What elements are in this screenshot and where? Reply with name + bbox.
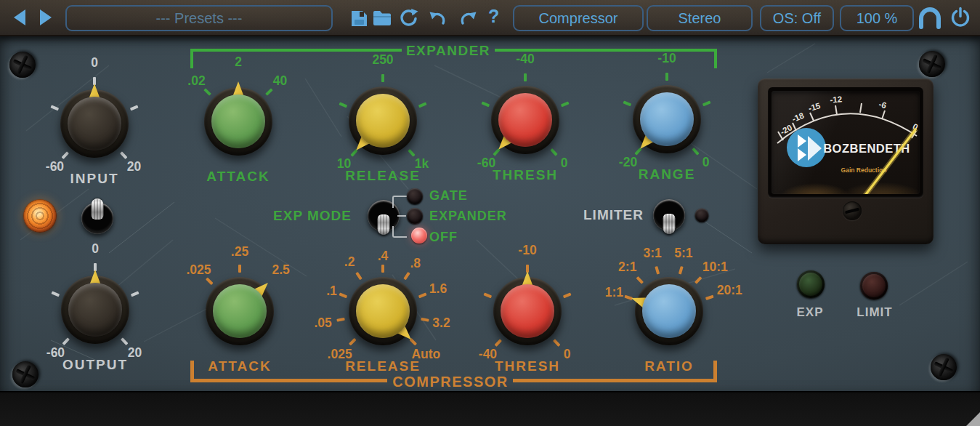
toggle-lever [378, 214, 390, 235]
exp-led-label: EXP [796, 305, 823, 320]
knob-cap [211, 95, 265, 148]
bypass-power-button[interactable] [949, 7, 972, 28]
undo-button[interactable] [427, 8, 448, 28]
knob-label: THRESH [493, 167, 558, 183]
knob-tick [483, 292, 492, 298]
knob-tick [692, 147, 699, 155]
compressor-bracket-stub [713, 361, 717, 382]
power-toggle[interactable] [81, 202, 113, 234]
knob-scale-label: 0 [564, 346, 571, 361]
knob-tick [403, 271, 410, 279]
knob-scale-label: 1.6 [429, 281, 447, 297]
knob-tick [349, 337, 357, 345]
knob-tick [339, 102, 347, 108]
off-led[interactable] [411, 228, 427, 244]
knob-tick [550, 148, 557, 156]
knob-scale-label: 3.2 [432, 315, 450, 330]
knob-label: ATTACK [208, 358, 271, 374]
presets-dropdown[interactable]: --- Presets --- [65, 5, 333, 31]
bottom-bar [0, 391, 980, 426]
knob-scale-label: 3:1 [643, 246, 661, 261]
exp-mode-option-gate[interactable]: GATE [429, 188, 468, 204]
oversampling-button[interactable]: OS: Off [760, 5, 834, 31]
screw-bottom-left [12, 361, 39, 387]
previous-preset-button[interactable] [10, 8, 29, 27]
meter-face: -20-18-15-12-60BOZBENDETHGain Reduction [772, 91, 920, 194]
knob-tick [93, 77, 96, 85]
main-panel: EXPANDER COMPRESSOR -60020INPUT -60020OU… [0, 35, 980, 391]
knob-tick [51, 291, 60, 297]
exp-mode-label: EXP MODE [273, 208, 352, 224]
folder-icon [373, 9, 392, 27]
knob-scale-label: .25 [231, 244, 248, 260]
tab-compressor[interactable]: Compressor [513, 5, 644, 31]
knob-tick [481, 101, 490, 107]
listen-button[interactable] [916, 6, 944, 29]
undo-icon [428, 9, 448, 28]
expander-led[interactable] [407, 208, 423, 224]
load-preset-button[interactable] [372, 8, 392, 28]
knob-tick [408, 148, 415, 156]
screw-bottom-right [931, 354, 957, 380]
knob-cap [642, 284, 696, 338]
knob-scale-label: .8 [410, 255, 421, 270]
knob-scale-label: 0 [92, 241, 99, 257]
knob-scale-label: -60 [46, 158, 64, 174]
limiter-toggle[interactable] [653, 199, 685, 231]
knob-tick [131, 291, 139, 297]
knob-cap [356, 284, 410, 338]
titlebar: --- Presets --- ? Compres [0, 0, 980, 36]
headphones-icon [917, 6, 943, 29]
oversampling-label: OS: Off [773, 10, 821, 27]
knob-label: INPUT [70, 171, 119, 187]
svg-text:0: 0 [911, 122, 919, 132]
channel-mode-button[interactable]: Stereo [647, 5, 753, 31]
vu-meter: -20-18-15-12-60BOZBENDETHGain Reduction [758, 79, 934, 244]
compressor-section-title: COMPRESSOR [392, 374, 508, 390]
knob-scale-label: 0 [702, 155, 710, 170]
expander-bracket-line [190, 49, 402, 52]
knob-scale-label: .02 [187, 73, 205, 89]
knob-scale-label: 40 [273, 73, 287, 89]
compressor-bracket-line [190, 379, 387, 382]
resize-grip[interactable] [965, 412, 980, 426]
knob-tick [526, 265, 529, 273]
knob-tick [339, 292, 347, 298]
knob-scale-label: 250 [372, 52, 393, 68]
knob-cap [213, 284, 267, 338]
knob-scale-label: 2:1 [618, 259, 636, 274]
knob-label: THRESH [495, 358, 560, 374]
meter-scale: -20-18-15-12-60BOZBENDETHGain Reduction [772, 91, 920, 194]
knob-tick [563, 292, 572, 298]
knob-scale-label: 5:1 [674, 246, 692, 261]
ui-zoom-label: 100 % [857, 10, 898, 27]
toggle-lever [92, 198, 104, 220]
gate-connector-line [392, 196, 407, 208]
gate-led[interactable] [407, 188, 423, 204]
channel-mode-label: Stereo [679, 10, 721, 27]
help-button[interactable]: ? [488, 6, 499, 27]
knob-scale-label: .4 [378, 249, 389, 264]
limiter-label: LIMITER [583, 207, 644, 223]
expander-connector-line [397, 215, 406, 217]
redo-button[interactable] [458, 8, 478, 28]
save-preset-button[interactable] [349, 8, 369, 28]
reload-button[interactable] [398, 8, 418, 28]
screw-top-right [919, 51, 945, 77]
svg-text:-12: -12 [830, 95, 842, 104]
knob-label: RELEASE [345, 168, 421, 184]
knob-scale-label: .1 [326, 283, 337, 298]
exp-mode-option-off[interactable]: OFF [429, 230, 458, 245]
knob-scale-label: -20 [619, 155, 637, 170]
meter-needle-glow [862, 129, 916, 194]
exp-active-led [797, 270, 825, 298]
exp-mode-option-expander[interactable]: EXPANDER [429, 209, 507, 224]
knob-cap [68, 97, 121, 150]
meter-brand-text: BOZBENDETH [823, 142, 910, 155]
next-preset-button[interactable] [36, 8, 55, 27]
ui-zoom-button[interactable]: 100 % [840, 5, 914, 31]
expander-section-title: EXPANDER [406, 43, 490, 59]
off-connector-line [392, 226, 407, 238]
limit-led-label: LIMIT [857, 305, 892, 320]
knob-label: ATTACK [206, 169, 270, 185]
